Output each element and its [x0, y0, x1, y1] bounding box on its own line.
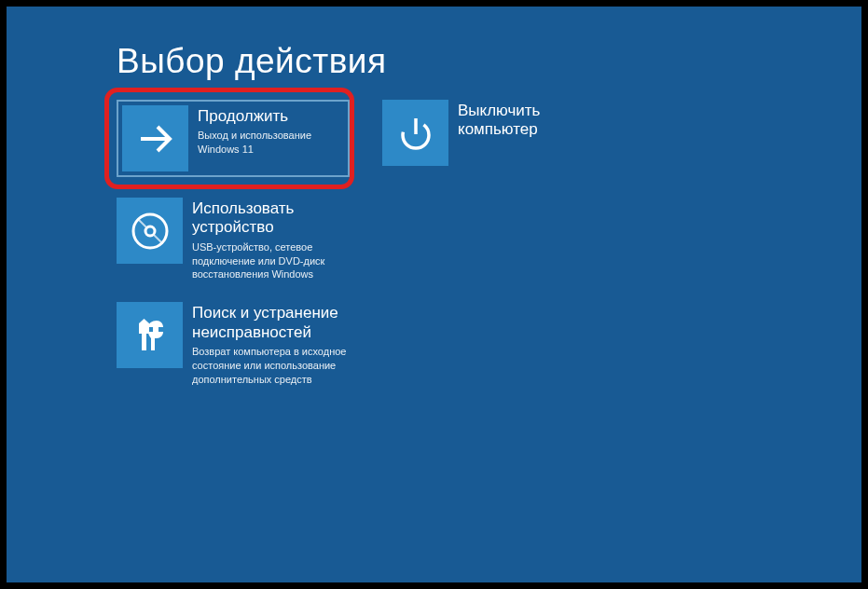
use-device-tile-subtitle: USB-устройство, сетевое подключение или … — [192, 240, 358, 282]
continue-tile[interactable]: Продолжить Выход и использование Windows… — [117, 100, 350, 177]
shutdown-tile[interactable]: Выключить компьютер — [382, 100, 560, 177]
continue-tile-wrapper: Продолжить Выход и использование Windows… — [117, 100, 350, 177]
tools-icon — [117, 302, 183, 368]
shutdown-tile-title: Выключить компьютер — [458, 102, 560, 140]
tiles-row-1: Продолжить Выход и использование Windows… — [117, 100, 861, 177]
arrow-right-icon — [122, 105, 188, 171]
troubleshoot-tile-subtitle: Возврат компьютера в исходное состояние … — [192, 345, 358, 387]
svg-point-4 — [145, 226, 155, 236]
power-icon — [382, 100, 448, 166]
tiles-column: Использовать устройство USB-устройство, … — [117, 198, 861, 387]
page-title: Выбор действия — [117, 42, 861, 81]
troubleshoot-tile[interactable]: Поиск и устранение неисправностей Возвра… — [117, 302, 861, 386]
recovery-screen: Выбор действия Продолжить Выход и исполь… — [7, 7, 861, 582]
use-device-tile[interactable]: Использовать устройство USB-устройство, … — [117, 198, 861, 281]
continue-tile-title: Продолжить — [198, 107, 351, 126]
continue-tile-subtitle: Выход и использование Windows 11 — [198, 129, 351, 157]
svg-rect-5 — [142, 334, 146, 350]
use-device-tile-title: Использовать устройство — [192, 199, 358, 238]
troubleshoot-tile-title: Поиск и устранение неисправностей — [192, 304, 358, 342]
disc-icon — [117, 198, 183, 264]
